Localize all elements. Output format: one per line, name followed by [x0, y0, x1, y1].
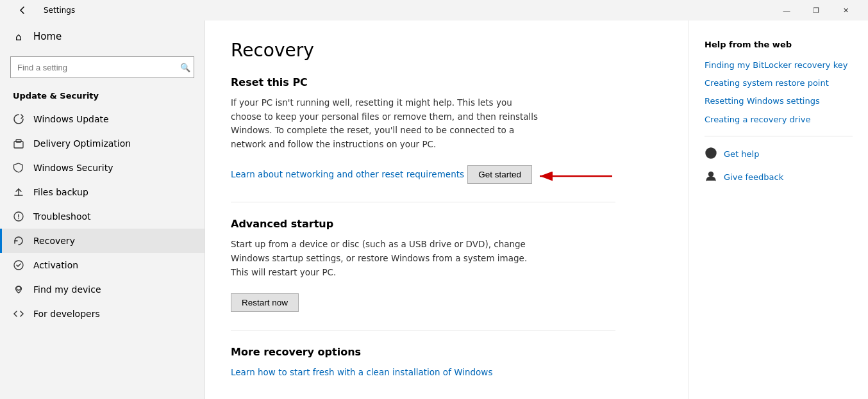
- for-developers-icon: [13, 308, 24, 320]
- reset-section-description: If your PC isn't running well, resetting…: [231, 96, 538, 151]
- sidebar-section-title: Update & Security: [0, 86, 204, 107]
- recovery-icon: [13, 235, 24, 247]
- sidebar-item-files-backup[interactable]: Files backup: [0, 180, 204, 204]
- sidebar-item-delivery-optimization[interactable]: Delivery Optimization: [0, 131, 204, 156]
- get-help-icon: [705, 147, 717, 162]
- sidebar-item-label: Delivery Optimization: [33, 138, 131, 149]
- back-button[interactable]: [8, 0, 37, 20]
- reset-section-title: Reset this PC: [231, 76, 663, 88]
- search-icon[interactable]: 🔍: [180, 63, 190, 72]
- sidebar-home-label: Home: [33, 31, 62, 42]
- help-link-recovery-drive[interactable]: Creating a recovery drive: [705, 114, 853, 126]
- more-recovery-section: More recovery options Learn how to start…: [231, 346, 663, 378]
- sidebar-item-label: Find my device: [33, 284, 101, 295]
- sidebar-item-label: Troubleshoot: [33, 211, 91, 222]
- get-help-label: Get help: [724, 149, 759, 159]
- help-divider: [705, 136, 853, 136]
- right-panel: Help from the web Finding my BitLocker r…: [689, 20, 868, 399]
- sidebar-item-label: Windows Security: [33, 163, 113, 173]
- files-backup-icon: [13, 186, 24, 198]
- help-link-bitlocker[interactable]: Finding my BitLocker recovery key: [705, 60, 853, 71]
- sidebar-item-label: Files backup: [33, 187, 88, 197]
- sidebar-item-label: Windows Update: [33, 114, 109, 124]
- app-title: Settings: [44, 6, 75, 15]
- sidebar-item-for-developers[interactable]: For developers: [0, 302, 204, 326]
- windows-security-icon: [13, 162, 24, 174]
- page-title: Recovery: [231, 40, 663, 61]
- svg-point-6: [18, 218, 19, 220]
- titlebar: Settings — ❐ ✕: [0, 0, 868, 20]
- windows-update-icon: [13, 113, 24, 125]
- minimize-button[interactable]: —: [772, 0, 801, 20]
- get-help-action[interactable]: Get help: [705, 147, 853, 162]
- main-content: Recovery Reset this PC If your PC isn't …: [205, 20, 689, 399]
- red-arrow: [532, 165, 615, 187]
- divider-2: [231, 330, 615, 330]
- sidebar: ⌂ Home 🔍 Update & Security Windows Updat…: [0, 20, 205, 399]
- sidebar-item-troubleshoot[interactable]: Troubleshoot: [0, 204, 204, 229]
- help-link-restore-point[interactable]: Creating system restore point: [705, 77, 853, 89]
- troubleshoot-icon: [13, 211, 24, 222]
- more-recovery-link[interactable]: Learn how to start fresh with a clean in…: [231, 367, 492, 377]
- sidebar-item-recovery[interactable]: Recovery: [0, 229, 204, 253]
- sidebar-item-label: For developers: [33, 309, 100, 319]
- activation-icon: [13, 259, 24, 271]
- advanced-section-title: Advanced startup: [231, 218, 663, 230]
- sidebar-item-label: Activation: [33, 260, 78, 270]
- help-from-web-title: Help from the web: [705, 40, 853, 49]
- give-feedback-action[interactable]: Give feedback: [705, 170, 853, 185]
- sidebar-item-windows-security[interactable]: Windows Security: [0, 156, 204, 180]
- sidebar-item-home[interactable]: ⌂ Home: [0, 20, 204, 53]
- titlebar-left: Settings: [8, 0, 75, 20]
- sidebar-item-find-my-device[interactable]: Find my device: [0, 277, 204, 302]
- sidebar-item-label: Recovery: [33, 236, 75, 246]
- reset-pc-section: Reset this PC If your PC isn't running w…: [231, 76, 663, 186]
- restart-now-button[interactable]: Restart now: [231, 293, 299, 312]
- give-feedback-icon: [705, 170, 717, 185]
- get-started-container: Get started: [467, 165, 532, 186]
- reset-learn-link[interactable]: Learn about networking and other reset r…: [231, 169, 464, 179]
- sidebar-search-container: 🔍: [10, 56, 194, 78]
- window-controls: — ❐ ✕: [772, 0, 860, 20]
- svg-rect-1: [16, 140, 21, 142]
- advanced-section-description: Start up from a device or disc (such as …: [231, 238, 538, 279]
- svg-point-12: [709, 172, 714, 176]
- more-recovery-title: More recovery options: [231, 346, 663, 358]
- home-icon: ⌂: [13, 31, 24, 42]
- give-feedback-label: Give feedback: [724, 172, 783, 182]
- delivery-optimization-icon: [13, 138, 24, 149]
- advanced-startup-section: Advanced startup Start up from a device …: [231, 218, 663, 314]
- sidebar-item-windows-update[interactable]: Windows Update: [0, 107, 204, 131]
- maximize-button[interactable]: ❐: [801, 0, 831, 20]
- get-started-button[interactable]: Get started: [467, 165, 532, 184]
- svg-point-11: [710, 155, 712, 156]
- close-button[interactable]: ✕: [831, 0, 860, 20]
- sidebar-item-activation[interactable]: Activation: [0, 253, 204, 277]
- divider-1: [231, 202, 615, 202]
- app-body: ⌂ Home 🔍 Update & Security Windows Updat…: [0, 20, 868, 399]
- search-input[interactable]: [10, 56, 194, 78]
- find-my-device-icon: [13, 284, 24, 295]
- help-link-reset-windows[interactable]: Resetting Windows settings: [705, 95, 853, 107]
